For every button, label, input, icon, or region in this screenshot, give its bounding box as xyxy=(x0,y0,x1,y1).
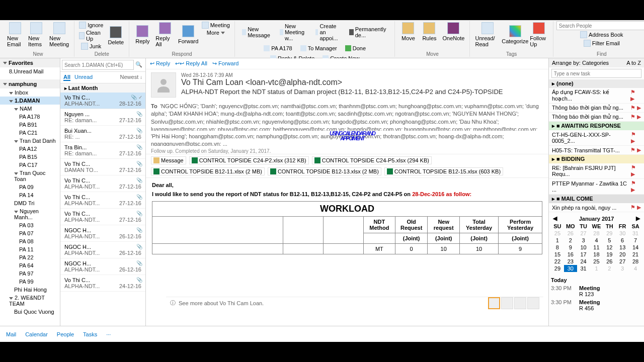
filter-email-button[interactable]: Filter Email xyxy=(556,39,644,47)
nav-tqt[interactable]: Tran Quoc Toan xyxy=(0,169,60,183)
arrange-by[interactable]: Arrange by: Categories xyxy=(552,60,609,66)
nav-people[interactable]: People xyxy=(57,331,74,337)
cal-day[interactable]: 13 xyxy=(616,244,629,251)
qs-new-message[interactable]: New Message xyxy=(239,22,275,42)
qs-create-appointment[interactable]: Create an appoi... xyxy=(312,22,344,42)
see-more-link[interactable]: See more about Vo Thi Cam Loan. xyxy=(179,300,264,306)
cal-day[interactable]: 25 xyxy=(551,230,564,237)
cal-day[interactable]: 30 xyxy=(564,265,577,272)
favorites-header[interactable]: Favorites xyxy=(0,58,60,67)
cal-day[interactable]: 29 xyxy=(603,230,616,237)
mailbox-header[interactable]: namphung xyxy=(0,79,60,88)
nav-phh[interactable]: Phi Hai Hong xyxy=(0,286,60,294)
message-item[interactable]: Vo Thi C...DAMAN TO...27-12-16📎 xyxy=(60,159,145,175)
nav-nam[interactable]: NAM xyxy=(0,105,60,113)
address-book-button[interactable]: Address Book xyxy=(556,31,644,39)
cal-day[interactable]: 26 xyxy=(603,258,616,265)
nav-nm[interactable]: Nguyen Manh... xyxy=(0,207,60,221)
cal-day[interactable]: 16 xyxy=(564,251,577,258)
read-reply-all[interactable]: ↩↩ Reply All xyxy=(175,60,207,67)
nav-daman[interactable]: 1.DAMAN xyxy=(0,97,60,105)
cat-bidding[interactable]: ▸ ■ BIDDING xyxy=(549,155,644,163)
onenote-button[interactable]: OneNote xyxy=(440,21,466,42)
qs-pa[interactable]: PA A178 xyxy=(261,44,295,52)
cal-day[interactable]: 4 xyxy=(629,265,642,272)
search-folder-input[interactable] xyxy=(62,60,134,70)
task-item[interactable]: Xin phép ra ngoài, nguy ...⚑ ▶ xyxy=(549,203,644,212)
forward-button[interactable]: Forward xyxy=(178,21,199,48)
cal-day[interactable]: 31 xyxy=(577,265,590,272)
people-avatar[interactable] xyxy=(514,297,526,309)
nav-calendar[interactable]: Calendar xyxy=(25,331,48,337)
cal-day[interactable]: 4 xyxy=(590,237,603,244)
task-item[interactable]: RE: [Bahrain FSJRU PJT] Requ...⚑ ▶ xyxy=(549,163,644,179)
message-item[interactable]: NGOC H...ALPHA-NDT...26-12-16📎 xyxy=(60,258,145,275)
cal-day[interactable]: 12 xyxy=(603,244,616,251)
nav-folder[interactable]: PA 99 xyxy=(0,278,60,286)
new-items-button[interactable]: New Items xyxy=(26,21,46,48)
people-avatar[interactable] xyxy=(501,297,513,309)
task-item[interactable]: Thông báo thời gian thử ng...⚑ ▶ xyxy=(549,113,644,122)
task-item[interactable]: Thông báo thời gian thử ng...⚑ ▶ xyxy=(549,104,644,113)
read-reply[interactable]: ↩ Reply xyxy=(150,60,170,67)
cal-day[interactable]: 26 xyxy=(564,230,577,237)
message-item[interactable]: Vo Thi C...ALPHA-NDT...27-12-16📎 xyxy=(60,175,145,192)
sort-newest[interactable]: Newest ↓ xyxy=(120,74,142,81)
message-item[interactable]: Bui Xuan...RE: ...27-12-16📎 xyxy=(60,126,145,142)
nav-folder[interactable]: PA 11 xyxy=(0,245,60,253)
search-icon[interactable]: 🔍 xyxy=(134,60,144,70)
rules-button[interactable]: Rules xyxy=(419,21,439,42)
new-task-input[interactable] xyxy=(551,69,642,78)
nav-unread-mail[interactable]: 8.Unread Mail xyxy=(0,67,60,75)
task-item[interactable]: PTTEP Myanmar - Zawtika 1C ...⚑ ▶ xyxy=(549,179,644,195)
cal-day[interactable]: 31 xyxy=(629,230,642,237)
cal-day[interactable]: 1 xyxy=(551,237,564,244)
nav-folder[interactable]: PA 97 xyxy=(0,269,60,278)
nav-folder[interactable]: PA 64 xyxy=(0,261,60,269)
meeting-respond-button[interactable]: Meeting xyxy=(200,21,231,29)
attachment-item[interactable]: CONTROL TOPSIDE C24-P5.xlsx (294 KB) xyxy=(312,156,432,164)
task-item[interactable]: Áp dụng FCAW-SS: kế hoạch...⚑ ▶ xyxy=(549,88,644,104)
nav-mail[interactable]: Mail xyxy=(6,331,16,337)
read-forward[interactable]: ↪ Forward xyxy=(212,60,238,67)
nav-folder[interactable]: PA 07 xyxy=(0,229,60,237)
task-item[interactable]: CT-H5-GEN-L-XXX-SP-0005_2...⚑ ▶ xyxy=(549,130,644,146)
ignore-button[interactable]: Ignore xyxy=(77,21,105,29)
attachment-item[interactable]: CONTROL TOPSIDE B12-15.xlsx (603 KB) xyxy=(384,167,503,175)
nav-folder[interactable]: PA 09 xyxy=(0,183,60,191)
cal-prev[interactable]: ◀ xyxy=(553,215,557,222)
nav-folder[interactable]: PA C21 xyxy=(0,129,60,137)
cal-day[interactable]: 10 xyxy=(577,244,590,251)
qs-to-manager[interactable]: To Manager xyxy=(297,44,340,52)
cal-day[interactable]: 19 xyxy=(603,251,616,258)
tab-all[interactable]: All xyxy=(63,74,70,81)
cal-day[interactable]: 6 xyxy=(616,237,629,244)
nav-folder[interactable]: PA 22 xyxy=(0,253,60,261)
cal-day[interactable]: 18 xyxy=(590,251,603,258)
message-item[interactable]: Tra Bin...RE: daman...27-12-16📎 xyxy=(60,142,145,159)
search-people-input[interactable] xyxy=(556,21,644,30)
nav-folder[interactable]: PA 03 xyxy=(0,221,60,229)
nav-dmd[interactable]: DMD Tri xyxy=(0,199,60,207)
qs-perm-delete[interactable]: Permanently de... xyxy=(346,22,391,42)
cal-day[interactable]: 3 xyxy=(616,265,629,272)
unread-button[interactable]: Unread/ Read xyxy=(473,21,502,48)
cal-day[interactable]: 17 xyxy=(577,251,590,258)
junk-button[interactable]: Junk xyxy=(77,42,105,50)
attachment-item[interactable]: CONTROL TOPSIDE B12-13.xlsx (2 MB) xyxy=(268,167,381,175)
message-item[interactable]: Nguyen ...RE: daman...27-12-16📎 xyxy=(60,109,145,126)
cal-day[interactable]: 28 xyxy=(590,230,603,237)
more-respond-button[interactable]: More xyxy=(200,29,231,36)
nav-folder[interactable]: PA A178 xyxy=(0,113,60,121)
task-item[interactable]: H05-TS: Transmittal TGT-...⚑ ▶ xyxy=(549,146,644,155)
move-button[interactable]: Move xyxy=(398,21,418,42)
new-email-button[interactable]: New Email xyxy=(5,21,25,48)
qs-new-meeting[interactable]: New Meeting w... xyxy=(277,22,310,42)
cal-day[interactable]: 3 xyxy=(577,237,590,244)
nav-folder[interactable]: PA B91 xyxy=(0,121,60,129)
cal-day[interactable]: 14 xyxy=(629,244,642,251)
nav-bqv[interactable]: Bui Quoc Vuong xyxy=(0,308,60,316)
cal-day[interactable]: 27 xyxy=(577,230,590,237)
cal-day[interactable]: 8 xyxy=(551,244,564,251)
nav-more[interactable]: ··· xyxy=(106,331,111,337)
